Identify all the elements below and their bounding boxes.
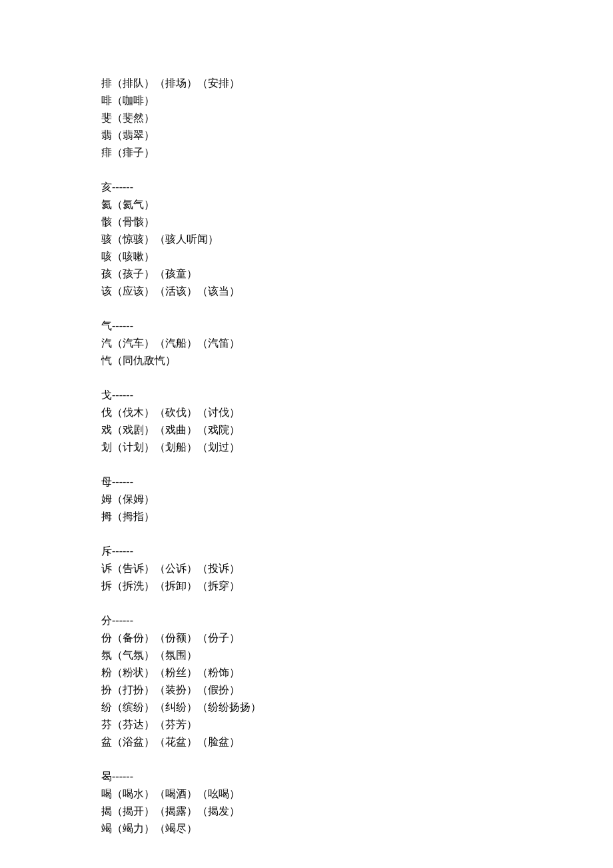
character-entry: 盆（浴盆）（花盆）（脸盆） xyxy=(101,733,613,751)
character-group: 排（排队）（排场）（安排）啡（咖啡）斐（斐然）翡（翡翠）痱（痱子） xyxy=(101,75,613,161)
character-entry: 氦（氦气） xyxy=(101,196,613,213)
character-entry: 扮（打扮）（装扮）（假扮） xyxy=(101,681,613,699)
group-header: 戈------ xyxy=(101,387,613,404)
character-entry: 忾（同仇敌忾） xyxy=(101,352,613,369)
character-entry: 拆（拆洗）（拆卸）（拆穿） xyxy=(101,577,613,595)
character-group: 气------汽（汽车）（汽船）（汽笛）忾（同仇敌忾） xyxy=(101,317,613,369)
character-entry: 骇（惊骇）（骇人听闻） xyxy=(101,231,613,248)
character-entry: 汽（汽车）（汽船）（汽笛） xyxy=(101,335,613,352)
character-entry: 戏（戏剧）（戏曲）（戏院） xyxy=(101,421,613,439)
character-entry: 氛（气氛）（氛围） xyxy=(101,647,613,664)
character-entry: 排（排队）（排场）（安排） xyxy=(101,75,613,92)
character-entry: 姆（保姆） xyxy=(101,491,613,508)
group-header: 斥------ xyxy=(101,543,613,560)
character-group: 曷------喝（喝水）（喝酒）（吆喝）揭（揭开）（揭露）（揭发）竭（竭力）（竭… xyxy=(101,768,613,837)
group-header: 母------ xyxy=(101,473,613,491)
character-entry: 孩（孩子）（孩童） xyxy=(101,265,613,283)
character-group: 母------姆（保姆）拇（拇指） xyxy=(101,473,613,525)
character-group: 亥------氦（氦气）骸（骨骸）骇（惊骇）（骇人听闻）咳（咳嗽）孩（孩子）（孩… xyxy=(101,179,613,300)
character-entry: 揭（揭开）（揭露）（揭发） xyxy=(101,803,613,820)
character-entry: 骸（骨骸） xyxy=(101,213,613,231)
character-entry: 粉（粉状）（粉丝）（粉饰） xyxy=(101,664,613,681)
character-group: 戈------伐（伐木）（砍伐）（讨伐）戏（戏剧）（戏曲）（戏院）划（计划）（划… xyxy=(101,387,613,456)
character-entry: 竭（竭力）（竭尽） xyxy=(101,820,613,837)
character-entry: 拇（拇指） xyxy=(101,508,613,525)
character-entry: 诉（告诉）（公诉）（投诉） xyxy=(101,560,613,577)
character-entry: 伐（伐木）（砍伐）（讨伐） xyxy=(101,404,613,421)
character-entry: 痱（痱子） xyxy=(101,144,613,161)
character-entry: 翡（翡翠） xyxy=(101,127,613,144)
character-entry: 份（备份）（份额）（份子） xyxy=(101,629,613,647)
character-entry: 喝（喝水）（喝酒）（吆喝） xyxy=(101,785,613,803)
character-entry: 纷（缤纷）（纠纷）（纷纷扬扬） xyxy=(101,699,613,716)
group-header: 亥------ xyxy=(101,179,613,196)
group-header: 气------ xyxy=(101,317,613,335)
group-header: 分------ xyxy=(101,612,613,629)
character-group: 斥------诉（告诉）（公诉）（投诉）拆（拆洗）（拆卸）（拆穿） xyxy=(101,543,613,595)
character-entry: 划（计划）（划船）（划过） xyxy=(101,439,613,456)
character-entry: 啡（咖啡） xyxy=(101,92,613,109)
character-entry: 该（应该）（活该）（该当） xyxy=(101,283,613,300)
group-header: 曷------ xyxy=(101,768,613,785)
character-group: 分------份（备份）（份额）（份子）氛（气氛）（氛围）粉（粉状）（粉丝）（粉… xyxy=(101,612,613,751)
character-entry: 咳（咳嗽） xyxy=(101,248,613,265)
character-entry: 芬（芬达）（芬芳） xyxy=(101,716,613,733)
character-entry: 斐（斐然） xyxy=(101,109,613,127)
document-page: 排（排队）（排场）（安排）啡（咖啡）斐（斐然）翡（翡翠）痱（痱子）亥------… xyxy=(0,0,613,868)
